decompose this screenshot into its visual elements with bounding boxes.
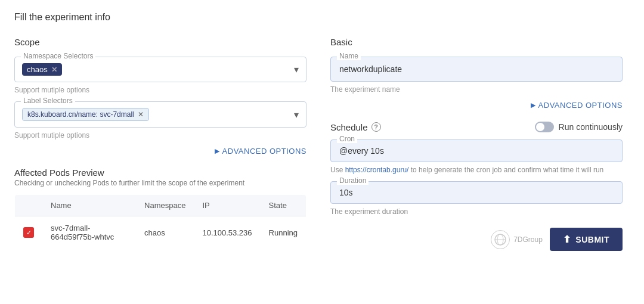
right-advanced-label: ADVANCED OPTIONS bbox=[538, 101, 623, 110]
label-selectors-row: k8s.kuboard.cn/name: svc-7dmall ✕ ▾ bbox=[22, 108, 299, 121]
row-state: Running bbox=[261, 216, 306, 249]
label-hint: Support mutiple options bbox=[14, 131, 306, 139]
row-namespace: chaos bbox=[136, 216, 194, 249]
namespace-tags-container: chaos ✕ bbox=[22, 63, 64, 76]
duration-field[interactable]: Duration bbox=[330, 181, 623, 204]
basic-title: Basic bbox=[330, 37, 623, 47]
page-title: Fill the experiment info bbox=[14, 12, 630, 23]
toggle-switch[interactable] bbox=[535, 122, 554, 132]
watermark-text: 7DGroup bbox=[513, 235, 543, 244]
namespace-selectors-row: chaos ✕ ▾ bbox=[22, 63, 299, 76]
col-ip: IP bbox=[194, 195, 260, 216]
left-column: Scope Namespace Selectors chaos ✕ ▾ Supp… bbox=[14, 37, 306, 251]
preview-title: Affected Pods Preview bbox=[14, 167, 306, 178]
crontab-link[interactable]: https://crontab.guru/ bbox=[345, 166, 409, 174]
row-checkbox-cell[interactable]: ✓ bbox=[15, 216, 43, 249]
left-advanced-icon: ▶ bbox=[215, 147, 220, 155]
label-tag[interactable]: k8s.kuboard.cn/name: svc-7dmall ✕ bbox=[22, 108, 149, 121]
schedule-title: Schedule bbox=[330, 122, 368, 132]
namespace-selectors-label: Namespace Selectors bbox=[21, 52, 95, 60]
col-state: State bbox=[261, 195, 306, 216]
label-tags-container: k8s.kuboard.cn/name: svc-7dmall ✕ bbox=[22, 108, 149, 121]
row-checkbox[interactable]: ✓ bbox=[23, 227, 34, 238]
run-continuously-toggle[interactable]: Run continuously bbox=[535, 122, 623, 132]
schedule-info-icon: ? bbox=[371, 122, 381, 132]
namespace-dropdown-arrow[interactable]: ▾ bbox=[294, 64, 299, 75]
pods-table-head: Name Namespace IP State bbox=[15, 195, 306, 216]
right-advanced-options[interactable]: ▶ ADVANCED OPTIONS bbox=[330, 101, 623, 110]
submit-icon: ⬆ bbox=[563, 234, 571, 245]
pods-table-body: ✓ svc-7dmall-664d59f75b-whtvc chaos 10.1… bbox=[15, 216, 306, 249]
preview-subtitle: Checking or unchecking Pods to further l… bbox=[14, 179, 306, 187]
cron-input[interactable] bbox=[339, 146, 614, 156]
namespace-hint: Support mutiple options bbox=[14, 86, 306, 94]
pods-table: Name Namespace IP State ✓ svc-7dmall-664… bbox=[14, 194, 306, 249]
namespace-tag-text: chaos bbox=[27, 65, 48, 74]
namespace-tag-close[interactable]: ✕ bbox=[51, 66, 57, 74]
watermark: 7DGroup bbox=[491, 230, 543, 249]
pods-table-header-row: Name Namespace IP State bbox=[15, 195, 306, 216]
table-row: ✓ svc-7dmall-664d59f75b-whtvc chaos 10.1… bbox=[15, 216, 306, 249]
name-hint: The experiment name bbox=[330, 85, 623, 94]
right-advanced-icon: ▶ bbox=[531, 101, 536, 109]
label-selectors-label: Label Selectors bbox=[21, 97, 75, 105]
label-tag-close[interactable]: ✕ bbox=[138, 110, 144, 119]
name-field[interactable]: Name bbox=[330, 57, 623, 82]
label-dropdown-arrow[interactable]: ▾ bbox=[294, 109, 299, 120]
row-name: svc-7dmall-664d59f75b-whtvc bbox=[42, 216, 136, 249]
submit-label: SUBMIT bbox=[575, 235, 609, 244]
col-name: Name bbox=[42, 195, 136, 216]
duration-hint: The experiment duration bbox=[330, 207, 623, 216]
label-selectors-field[interactable]: Label Selectors k8s.kuboard.cn/name: svc… bbox=[14, 101, 306, 128]
duration-input[interactable] bbox=[339, 188, 614, 197]
schedule-label-group: Schedule ? bbox=[330, 122, 381, 132]
namespace-selectors-field[interactable]: Namespace Selectors chaos ✕ ▾ bbox=[14, 57, 306, 82]
submit-row: 7DGroup ⬆ SUBMIT bbox=[330, 228, 623, 251]
cron-hint: Use https://crontab.guru/ to help genera… bbox=[330, 166, 623, 174]
cron-field[interactable]: Cron bbox=[330, 139, 623, 162]
namespace-tag-chaos[interactable]: chaos ✕ bbox=[22, 63, 62, 76]
label-tag-text: k8s.kuboard.cn/name: svc-7dmall bbox=[27, 110, 134, 119]
row-ip: 10.100.53.236 bbox=[194, 216, 260, 249]
left-advanced-options[interactable]: ▶ ADVANCED OPTIONS bbox=[14, 147, 306, 156]
submit-button[interactable]: ⬆ SUBMIT bbox=[550, 228, 623, 251]
col-checkbox bbox=[15, 195, 43, 216]
name-label: Name bbox=[337, 52, 361, 60]
schedule-row: Schedule ? Run continuously bbox=[330, 122, 623, 132]
cron-hint-prefix: Use bbox=[330, 166, 345, 174]
right-column: Basic Name The experiment name ▶ ADVANCE… bbox=[330, 37, 623, 251]
watermark-icon bbox=[491, 230, 510, 249]
cron-label: Cron bbox=[337, 135, 357, 143]
duration-label: Duration bbox=[337, 176, 369, 185]
left-advanced-label: ADVANCED OPTIONS bbox=[222, 147, 306, 156]
name-input[interactable] bbox=[339, 63, 614, 75]
cron-hint-suffix: to help generate the cron job and confir… bbox=[408, 166, 603, 174]
run-continuously-label: Run continuously bbox=[559, 122, 623, 132]
col-namespace: Namespace bbox=[136, 195, 194, 216]
scope-title: Scope bbox=[14, 37, 306, 47]
